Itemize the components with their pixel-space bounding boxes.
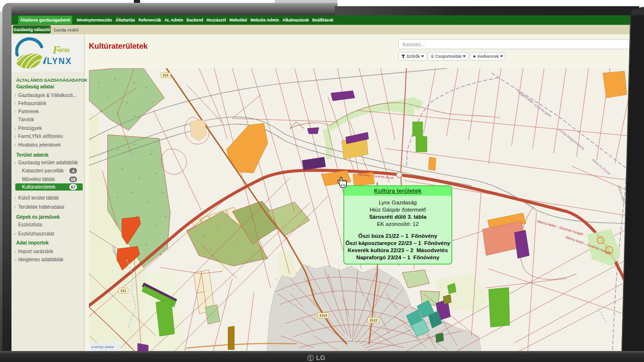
- svg-text:arm: arm: [58, 46, 69, 53]
- svg-text:319: 319: [163, 73, 169, 77]
- svg-text:Alföld és Észak: Alföld és Észak: [591, 158, 611, 175]
- svg-text:A térkép adatai: A térkép adatai: [91, 345, 114, 349]
- svg-text:311: 311: [120, 288, 126, 293]
- svg-text:Ceglédi járás: Ceglédi járás: [516, 90, 535, 105]
- svg-text:Abony-kelet – Szolnok-nyugat: Abony-kelet – Szolnok-nyugat: [537, 219, 584, 236]
- svg-text:LYNX: LYNX: [47, 56, 72, 66]
- svg-text:3119: 3119: [319, 313, 327, 318]
- svg-text:3122: 3122: [370, 318, 378, 322]
